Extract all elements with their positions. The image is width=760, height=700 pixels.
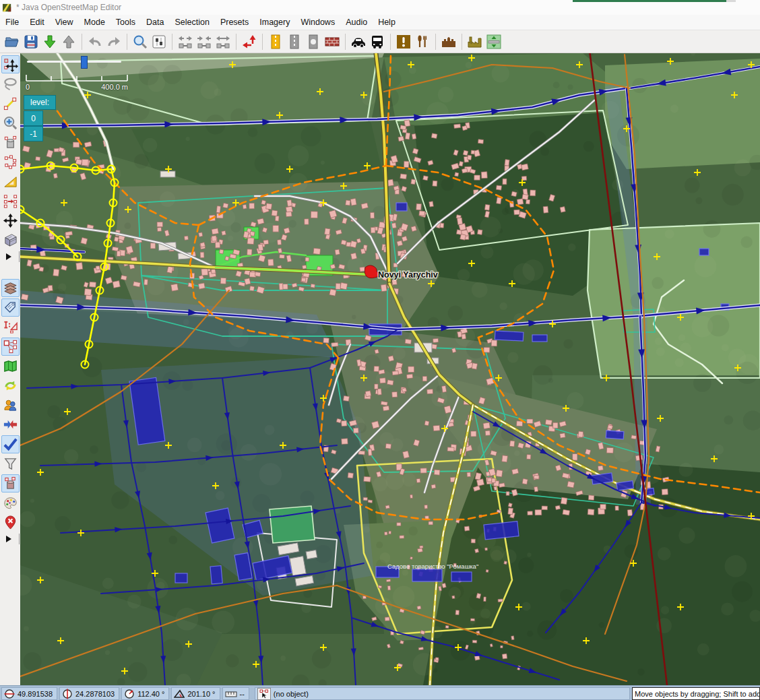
redo-button[interactable]: [104, 32, 123, 51]
preset-restaurant-button[interactable]: [413, 32, 432, 51]
menu-edit[interactable]: Edit: [24, 16, 50, 28]
menu-imagery[interactable]: Imagery: [254, 16, 295, 28]
download-data-button[interactable]: [40, 32, 59, 51]
toolbar-separator: [236, 34, 236, 50]
turn-restriction-icon: [241, 34, 257, 50]
heading-icon: [124, 689, 135, 699]
extrude-tool-button[interactable]: [1, 231, 20, 249]
checkmark-icon: [3, 437, 18, 452]
selection-dialog-button[interactable]: [1, 318, 20, 336]
download-along-icon: [486, 34, 502, 50]
turn-restriction-button[interactable]: [240, 32, 259, 51]
expand-arrow-icon: [5, 535, 12, 543]
delete-tool-button[interactable]: [1, 133, 20, 152]
longitude-icon: [62, 689, 73, 699]
minimap-dialog-button[interactable]: [1, 357, 20, 375]
heading-value: 112.40 °: [137, 690, 164, 698]
menu-view[interactable]: View: [50, 16, 79, 28]
latitude-icon: [4, 689, 15, 699]
highway-residential-button[interactable]: [285, 32, 304, 51]
preset-warning-button[interactable]: [394, 32, 413, 51]
scale-min-label: 0: [26, 83, 30, 91]
upload-data-button[interactable]: [59, 32, 78, 51]
angle-value: 201.10 °: [187, 690, 215, 698]
grid-block-icon: [3, 232, 18, 248]
highway-primary-button[interactable]: [266, 32, 285, 51]
draw-nodes-tool-button[interactable]: [1, 94, 20, 113]
menu-selection[interactable]: Selection: [169, 16, 214, 28]
nodes-arrow-icon: [3, 193, 18, 209]
latitude-value: 49.891538: [18, 690, 53, 698]
unglue-ways-button[interactable]: [176, 32, 195, 51]
command-stack-dialog-button[interactable]: [1, 474, 20, 492]
save-button[interactable]: [22, 32, 40, 51]
menu-help[interactable]: Help: [373, 16, 401, 28]
level-minus1-button[interactable]: -1: [24, 126, 43, 141]
validator-dialog-button[interactable]: [1, 435, 20, 453]
layers-dialog-button[interactable]: [1, 279, 20, 297]
level-0-button[interactable]: 0: [24, 110, 43, 126]
zoom-slider-handle[interactable]: [81, 56, 88, 69]
conflict-arrows-icon: [3, 417, 18, 433]
select-move-icon: [3, 57, 18, 72]
barrier-wall-button[interactable]: [323, 32, 342, 51]
merge-icon: [196, 34, 212, 50]
status-bar: 49.891538 24.2878103 112.40 ° 201.10 ° -…: [0, 685, 760, 700]
edit-toolbar-more[interactable]: [1, 251, 20, 262]
parallel-way-tool-button[interactable]: [1, 192, 20, 210]
notes-dialog-button[interactable]: [1, 513, 20, 532]
menu-presets[interactable]: Presets: [215, 16, 254, 28]
changeset-dialog-button[interactable]: [1, 377, 20, 395]
open-button[interactable]: [3, 32, 22, 51]
map-paint-styles-dialog-button[interactable]: [1, 494, 20, 512]
map-canvas[interactable]: Novyi Yarychiv Садове товариство "Ромашк…: [20, 53, 760, 685]
preferences-button[interactable]: [150, 32, 168, 51]
preset-car-button[interactable]: [349, 32, 368, 51]
preset-factory-button[interactable]: [466, 32, 484, 51]
zoom-slider-track[interactable]: [27, 61, 121, 63]
lasso-tool-button[interactable]: [1, 75, 20, 93]
search-button[interactable]: [131, 32, 150, 51]
save-floppy-icon: [23, 34, 39, 50]
toggle-toolbar-more[interactable]: [1, 534, 20, 544]
menu-file[interactable]: File: [0, 16, 24, 28]
expand-arrow-icon: [5, 253, 12, 261]
follow-line-tool-button[interactable]: [1, 153, 20, 171]
main-toolbar: [0, 30, 760, 53]
move-cross-icon: [3, 213, 18, 228]
combine-ways-button[interactable]: [214, 32, 232, 51]
roundabout-button[interactable]: [304, 32, 323, 51]
undo-icon: [87, 34, 103, 50]
background-window-edge-2: [726, 0, 736, 2]
preset-bus-button[interactable]: [368, 32, 387, 51]
relations-dialog-button[interactable]: [1, 338, 20, 356]
menu-mode[interactable]: Mode: [79, 16, 110, 28]
merge-nodes-button[interactable]: [195, 32, 214, 51]
lasso-icon: [3, 76, 18, 92]
preset-castle-button[interactable]: [439, 32, 458, 51]
conflicts-dialog-button[interactable]: [1, 416, 20, 434]
menu-data[interactable]: Data: [141, 16, 169, 28]
background-window-edge: [573, 0, 726, 2]
improve-accuracy-tool-button[interactable]: [1, 172, 20, 191]
authors-dialog-button[interactable]: [1, 396, 20, 414]
open-folder-icon: [4, 34, 20, 50]
menu-windows[interactable]: Windows: [295, 16, 340, 28]
note-pin-icon: [3, 515, 18, 530]
zoom-tool-button[interactable]: [1, 114, 20, 132]
filter-dialog-button[interactable]: [1, 455, 20, 473]
menu-tools[interactable]: Tools: [110, 16, 141, 28]
move-tool-button[interactable]: [1, 212, 20, 230]
ruler-icon: [225, 690, 237, 698]
trash-icon: [3, 135, 18, 150]
longitude-value: 24.2878103: [75, 690, 115, 698]
toolbar-separator: [462, 34, 462, 50]
tags-dialog-button[interactable]: [1, 298, 20, 317]
undo-button[interactable]: [86, 32, 104, 51]
menu-audio[interactable]: Audio: [340, 16, 373, 28]
download-along-way-button[interactable]: [484, 32, 503, 51]
help-text: Move objects by dragging; Shift to add: [632, 687, 760, 700]
select-tool-button[interactable]: [1, 55, 20, 73]
node-chain-icon: [3, 154, 18, 170]
select-cursor-icon: [259, 689, 269, 699]
